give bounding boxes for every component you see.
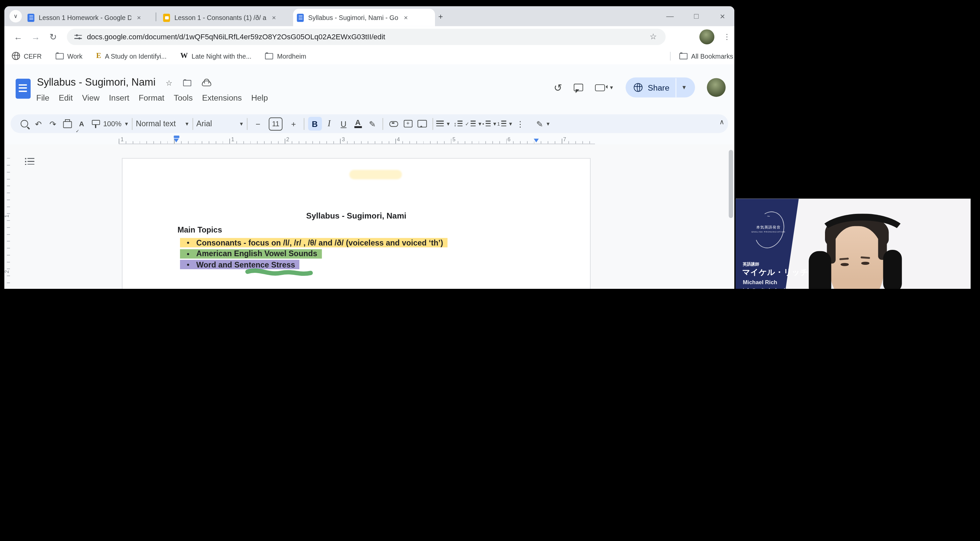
align-button[interactable]: ▼ — [436, 116, 451, 131]
more-options-icon[interactable]: ⋮ — [513, 116, 527, 131]
bullet-icon: ● — [180, 240, 196, 246]
highlight-color-button[interactable]: ✎ — [365, 116, 379, 131]
bookmark-work-folder[interactable]: Work — [55, 52, 82, 60]
undo-icon[interactable]: ↶ — [31, 116, 46, 131]
font-select[interactable]: Arial▼ — [196, 116, 244, 131]
version-history-icon[interactable]: ↺ — [554, 82, 562, 94]
italic-button[interactable]: I — [322, 116, 336, 131]
doc-heading: Syllabus - Sugimori, Nami — [178, 211, 535, 221]
search-menus-icon[interactable] — [17, 116, 31, 131]
spellcheck-icon[interactable]: A — [74, 116, 89, 131]
bookmark-study[interactable]: EA Study on Identifyi... — [96, 51, 167, 60]
bookmark-star-icon[interactable]: ☆ — [650, 32, 657, 41]
bold-button[interactable]: B — [308, 116, 322, 131]
horizontal-ruler[interactable]: 1 1 2 3 4 5 6 7 — [4, 136, 734, 144]
scrollbar-thumb[interactable] — [729, 150, 733, 218]
url-text[interactable]: docs.google.com/document/d/1wQF5qN6iLRfL… — [87, 33, 385, 41]
browser-navbar: ← → ↻ docs.google.com/document/d/1wQF5qN… — [4, 26, 734, 48]
all-bookmarks-button[interactable]: All Bookmarks — [670, 52, 733, 60]
vertical-ruler[interactable]: 1 2 3 4 5 — [4, 144, 11, 289]
site-settings-icon[interactable] — [74, 33, 82, 41]
back-icon[interactable]: ← — [12, 31, 25, 43]
docs-toolbar: ↶ ↷ A 100%▼ Normal text▼ Arial▼ − 11 + B… — [4, 113, 734, 136]
reload-icon[interactable]: ↻ — [47, 31, 60, 43]
checklist-button[interactable]: ✓▼ — [465, 116, 482, 131]
close-window-button[interactable]: × — [711, 6, 734, 26]
speaker-name-en: Michael Rich — [743, 279, 777, 286]
tab-search-button[interactable]: ∨ — [10, 10, 22, 23]
menu-help[interactable]: Help — [251, 93, 268, 102]
zoom-select[interactable]: 100%▼ — [103, 116, 129, 131]
comments-icon[interactable] — [574, 84, 583, 91]
close-tab-icon[interactable]: × — [402, 14, 410, 21]
tab-title: Lesson 1 Homework - Google D — [39, 14, 131, 21]
new-tab-button[interactable]: + — [436, 11, 445, 21]
menu-tools[interactable]: Tools — [173, 93, 192, 102]
styles-select[interactable]: Normal text▼ — [136, 116, 190, 131]
numbered-list-button[interactable]: 1▼ — [497, 116, 513, 131]
hide-menus-icon[interactable]: ∧ — [719, 118, 724, 126]
menu-file[interactable]: File — [37, 93, 49, 102]
minimize-button[interactable]: — — [658, 6, 682, 26]
share-button[interactable]: Share ▼ — [626, 78, 695, 98]
forward-icon[interactable]: → — [29, 31, 42, 43]
folder-icon — [265, 52, 273, 59]
browser-profile-avatar[interactable] — [699, 29, 714, 44]
font-size-input[interactable]: 11 — [269, 117, 283, 130]
tab-strip: ∨ Lesson 1 Homework - Google D × Lesson … — [4, 6, 734, 26]
menu-extensions[interactable]: Extensions — [202, 93, 242, 102]
menu-view[interactable]: View — [82, 93, 99, 102]
add-comment-icon[interactable]: + — [401, 116, 415, 131]
webcam-video: ~ 本気英語発音 ENGLISH PRONUNCIATION 英語講師 マイケル… — [735, 198, 970, 289]
ruler-number: 7 — [563, 136, 566, 143]
ruler-number: 1 — [121, 136, 124, 143]
wikipedia-w-icon: W — [180, 51, 188, 60]
bookmark-late-night[interactable]: WLate Night with the... — [180, 51, 251, 60]
text-color-button[interactable]: A — [351, 116, 365, 131]
redo-icon[interactable]: ↷ — [46, 116, 60, 131]
docs-profile-avatar[interactable] — [707, 78, 725, 97]
menu-edit[interactable]: Edit — [59, 93, 73, 102]
maximize-button[interactable]: □ — [684, 6, 708, 26]
bulleted-list-button[interactable]: •▼ — [482, 116, 497, 131]
bullet-icon: ● — [180, 262, 196, 268]
star-icon[interactable]: ☆ — [165, 79, 172, 87]
bookmark-cefr[interactable]: CEFR — [12, 52, 42, 60]
address-bar[interactable]: docs.google.com/document/d/1wQF5qN6iLRfL… — [67, 29, 666, 45]
underline-button[interactable]: U — [336, 116, 351, 131]
tab-divider — [156, 13, 156, 21]
insert-link-icon[interactable] — [387, 116, 401, 131]
ruler-number: 6 — [508, 136, 511, 143]
line-spacing-button[interactable]: ↕ — [451, 116, 465, 131]
increase-font-size-button[interactable]: + — [286, 116, 301, 131]
bookmark-mordheim-folder[interactable]: Mordheim — [265, 52, 306, 60]
insert-image-icon[interactable] — [415, 116, 430, 131]
bullet-icon: ● — [180, 251, 196, 257]
close-tab-icon[interactable]: × — [270, 14, 278, 21]
document-page[interactable]: Syllabus - Sugimori, Nami Main Topics ●C… — [122, 158, 591, 289]
print-icon[interactable] — [60, 116, 74, 131]
document-outline-icon[interactable] — [25, 158, 34, 165]
docs-icon — [297, 13, 304, 21]
green-marker-squiggle — [244, 268, 314, 279]
move-folder-icon[interactable] — [183, 80, 191, 86]
meet-button[interactable]: ▼ — [595, 84, 614, 91]
menu-format[interactable]: Format — [138, 93, 164, 102]
bullet-item: ●American English Vowel Sounds — [178, 246, 535, 256]
chevron-down-icon[interactable]: ▼ — [676, 84, 692, 90]
browser-menu-icon[interactable]: ⋮ — [721, 31, 733, 43]
globe-icon — [12, 52, 20, 60]
menu-insert[interactable]: Insert — [109, 93, 129, 102]
tab-lesson1-consonants[interactable]: Lesson 1 - Consonants (1) /ð/ a × — [159, 9, 295, 26]
document-canvas: 1 2 3 4 5 Syllabus - Sugimori, Nami Main… — [4, 144, 734, 289]
tab-lesson1-homework[interactable]: Lesson 1 Homework - Google D × — [24, 9, 159, 26]
document-title[interactable]: Syllabus - Sugimori, Nami — [37, 76, 156, 88]
editing-mode-button[interactable]: ✎▼ — [536, 116, 550, 131]
decrease-font-size-button[interactable]: − — [251, 116, 265, 131]
paint-format-icon[interactable] — [89, 116, 103, 131]
close-tab-icon[interactable]: × — [135, 14, 143, 21]
speaker-name-jp: マイケル・リッチ — [742, 268, 809, 278]
first-line-indent-marker[interactable] — [173, 136, 179, 138]
tab-syllabus-active[interactable]: Syllabus - Sugimori, Nami - Go × — [293, 9, 435, 26]
google-docs-logo[interactable] — [16, 79, 31, 98]
